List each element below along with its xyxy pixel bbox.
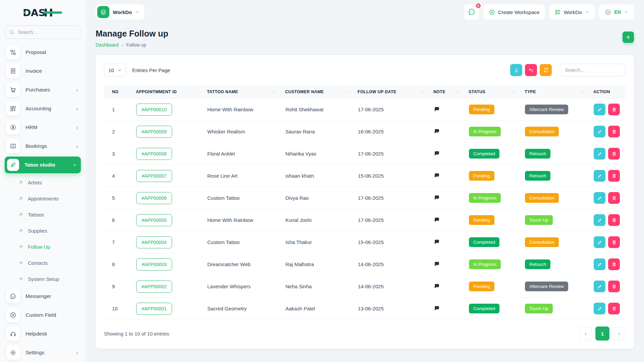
current-page-button[interactable]: 1 bbox=[595, 326, 609, 341]
note-icon bbox=[434, 239, 440, 245]
sidebar-subitem-supplies[interactable]: Supplies bbox=[5, 223, 81, 239]
appointment-id-badge[interactable]: #APP00010 bbox=[136, 104, 172, 116]
sidebar-subitem-contacts[interactable]: Contacts bbox=[5, 255, 81, 271]
sidebar-item-accounting[interactable]: Accounting › bbox=[5, 99, 81, 118]
appointment-id-badge[interactable]: #APP00008 bbox=[136, 148, 172, 160]
note-button[interactable] bbox=[434, 261, 440, 267]
delete-button[interactable] bbox=[608, 303, 620, 314]
sidebar-item-purchases[interactable]: Purchases › bbox=[5, 80, 81, 99]
note-button[interactable] bbox=[434, 283, 440, 289]
appointment-id-badge[interactable]: #APP00007 bbox=[136, 170, 172, 182]
breadcrumb-current: Follow up bbox=[126, 42, 146, 48]
sidebar-item-proposal[interactable]: Proposal › bbox=[5, 43, 81, 62]
sidebar-item-tatoo-studio[interactable]: Tatoo studio › bbox=[5, 157, 81, 173]
sidebar-subitem-tattoos[interactable]: Tattoos bbox=[5, 206, 81, 223]
edit-button[interactable] bbox=[594, 192, 605, 204]
row-number: 5 bbox=[104, 187, 136, 209]
search-icon bbox=[9, 29, 14, 35]
sidebar-subitem-follow-up[interactable]: Follow Up bbox=[5, 239, 81, 255]
sidebar-item-messenger[interactable]: Messenger › bbox=[5, 287, 81, 306]
column-header-note[interactable]: NOTE↑↓ bbox=[433, 85, 469, 99]
row-number: 10 bbox=[104, 298, 136, 320]
note-button[interactable] bbox=[434, 217, 440, 223]
next-page-button[interactable]: › bbox=[613, 327, 626, 340]
prev-page-button[interactable]: ‹ bbox=[579, 327, 592, 340]
chevron-down-icon bbox=[624, 10, 629, 14]
sidebar: DAS Proposal › Invoice › Purchases › Acc… bbox=[0, 0, 86, 362]
table-search-input[interactable] bbox=[560, 64, 626, 76]
export-button[interactable] bbox=[510, 64, 522, 76]
sidebar-item-custom-field[interactable]: Custom Field › bbox=[5, 306, 81, 324]
column-header-tattoo-name[interactable]: TATTOO NAME↑↓ bbox=[207, 85, 285, 99]
edit-button[interactable] bbox=[594, 104, 605, 115]
table-row: 10 #APP00001 Sacred Geometry Aakash Pate… bbox=[104, 298, 626, 320]
create-workspace-button[interactable]: Create Workspace bbox=[483, 4, 545, 20]
edit-button[interactable] bbox=[594, 148, 605, 160]
followup-card: 10 Entries Per Page NO↑↓APPOINTMMENT ID↑… bbox=[96, 55, 634, 349]
appointment-id-badge[interactable]: #APP00006 bbox=[136, 192, 172, 204]
column-header-type[interactable]: TYPE↑↓ bbox=[525, 85, 593, 99]
edit-button[interactable] bbox=[594, 126, 605, 137]
chat-icon bbox=[468, 8, 475, 16]
column-header-status[interactable]: STATUS↑↓ bbox=[469, 85, 525, 99]
delete-button[interactable] bbox=[608, 192, 620, 204]
edit-button[interactable] bbox=[594, 236, 605, 248]
edit-button[interactable] bbox=[594, 258, 605, 270]
note-button[interactable] bbox=[434, 239, 440, 245]
note-button[interactable] bbox=[434, 305, 440, 311]
sidebar-item-hrm[interactable]: HRM › bbox=[5, 118, 81, 137]
edit-button[interactable] bbox=[594, 214, 605, 226]
sidebar-item-helpdesk[interactable]: Helpdesk › bbox=[5, 324, 81, 343]
sidebar-item-bookings[interactable]: Bookings › bbox=[5, 137, 81, 156]
sidebar-subitem-system-setup[interactable]: System Setup bbox=[5, 271, 81, 287]
note-button[interactable] bbox=[434, 128, 440, 134]
delete-button[interactable] bbox=[608, 214, 620, 226]
delete-button[interactable] bbox=[608, 258, 620, 270]
appointment-id-badge[interactable]: #APP00004 bbox=[136, 236, 172, 248]
edit-button[interactable] bbox=[594, 303, 605, 314]
edit-button[interactable] bbox=[594, 281, 605, 292]
note-button[interactable] bbox=[434, 150, 440, 157]
breadcrumb-dashboard-link[interactable]: Dashboard bbox=[96, 42, 119, 48]
delete-button[interactable] bbox=[608, 236, 620, 248]
add-followup-button[interactable] bbox=[623, 32, 634, 43]
sidebar-item-settings[interactable]: Settings › bbox=[5, 343, 81, 362]
note-button[interactable] bbox=[434, 172, 440, 179]
delete-button[interactable] bbox=[608, 126, 620, 137]
column-header-customer-name[interactable]: CUSTOMER NAME↑↓ bbox=[285, 85, 358, 99]
note-button[interactable] bbox=[434, 106, 440, 112]
sidebar-subitem-appointments[interactable]: Appointments bbox=[5, 190, 81, 206]
column-header-follow-up-date[interactable]: FOLLOW UP DATE↑↓ bbox=[358, 85, 433, 99]
workspace-icon bbox=[97, 6, 109, 18]
note-button[interactable] bbox=[434, 194, 440, 201]
appointment-id-badge[interactable]: #APP00002 bbox=[136, 281, 172, 293]
edit-button[interactable] bbox=[594, 170, 605, 182]
delete-button[interactable] bbox=[608, 148, 620, 160]
delete-button[interactable] bbox=[608, 104, 620, 115]
delete-button[interactable] bbox=[608, 170, 620, 182]
appointment-id-badge[interactable]: #APP00001 bbox=[136, 303, 172, 315]
sidebar-item-invoice[interactable]: Invoice › bbox=[5, 62, 81, 80]
status-badge: Completed bbox=[469, 149, 499, 159]
workspace-switcher[interactable]: WorkDo bbox=[96, 4, 144, 20]
sidebar-search-input[interactable] bbox=[17, 29, 76, 35]
appointment-id-badge[interactable]: #APP00009 bbox=[136, 126, 172, 138]
table-header-row: NO↑↓APPOINTMMENT ID↑↓TATTOO NAME↑↓CUSTOM… bbox=[104, 85, 626, 99]
language-dropdown[interactable]: EN bbox=[599, 4, 634, 20]
delete-button[interactable] bbox=[608, 281, 620, 292]
entries-per-page-select[interactable]: 10 bbox=[104, 64, 126, 76]
grid-plus-icon bbox=[554, 9, 561, 15]
undo-button[interactable] bbox=[525, 64, 537, 76]
svg-text:DAS: DAS bbox=[23, 7, 45, 18]
appointment-id-badge[interactable]: #APP00005 bbox=[136, 214, 172, 226]
appointment-id-badge[interactable]: #APP00003 bbox=[136, 258, 172, 270]
bullet-icon bbox=[19, 197, 22, 200]
pencil-icon bbox=[597, 173, 602, 179]
customer-name-cell: Saurav Rana bbox=[285, 121, 358, 143]
workdo-dropdown[interactable]: WorkDo bbox=[549, 4, 595, 20]
sidebar-subitem-artists[interactable]: Artists bbox=[5, 174, 81, 190]
refresh-button[interactable] bbox=[540, 64, 552, 76]
status-badge: In Progress bbox=[469, 259, 501, 269]
followup-table: NO↑↓APPOINTMMENT ID↑↓TATTOO NAME↑↓CUSTOM… bbox=[104, 85, 626, 320]
messages-button[interactable]: 0 bbox=[464, 4, 479, 20]
